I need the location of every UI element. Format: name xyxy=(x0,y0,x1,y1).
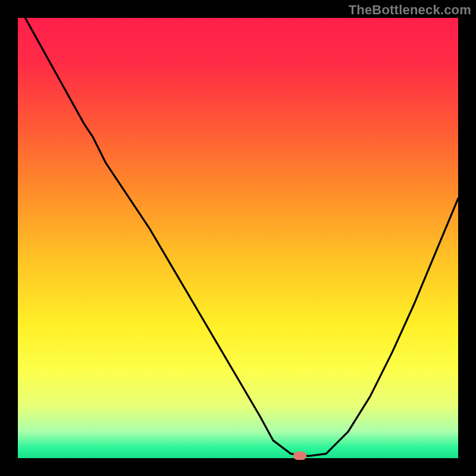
optimal-point-marker xyxy=(293,452,306,460)
watermark-text: TheBottleneck.com xyxy=(349,2,471,18)
plot-area xyxy=(18,18,458,458)
chart-frame: TheBottleneck.com xyxy=(0,0,476,476)
svg-rect-0 xyxy=(18,18,458,458)
background-gradient xyxy=(18,18,458,458)
